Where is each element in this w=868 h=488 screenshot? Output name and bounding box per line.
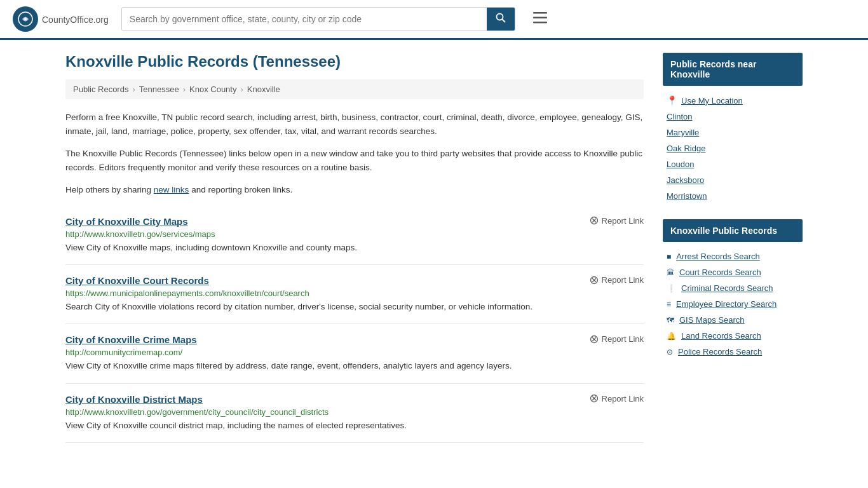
svg-rect-4: [533, 12, 547, 14]
sidebar-record-link-6[interactable]: Police Records Search: [678, 347, 762, 356]
hamburger-menu-button[interactable]: [528, 8, 552, 30]
sidebar-records-items: ■ Arrest Records Search 🏛 Court Records …: [663, 248, 803, 360]
sidebar-record-item-3[interactable]: ≡ Employee Directory Search: [663, 296, 803, 312]
record-title-0[interactable]: City of Knoxville City Maps: [65, 216, 188, 227]
sidebar-record-icon-4: 🗺: [667, 316, 674, 325]
sidebar-record-icon-2: ❕: [667, 284, 676, 293]
record-entry: City of Knoxville District Maps Report L…: [65, 384, 644, 443]
sidebar-record-item-2[interactable]: ❕ Criminal Records Search: [663, 280, 803, 296]
nearby-items: ClintonMaryvilleOak RidgeLoudonJacksboro…: [663, 109, 803, 204]
nearby-section: Public Records near Knoxville 📍 Use My L…: [663, 53, 803, 204]
sidebar-record-link-4[interactable]: GIS Maps Search: [679, 315, 745, 325]
use-my-location-link[interactable]: Use My Location: [681, 96, 743, 105]
sidebar-record-item-5[interactable]: 🔔 Land Records Search: [663, 328, 803, 344]
sidebar-record-item-6[interactable]: ⊙ Police Records Search: [663, 344, 803, 360]
svg-line-3: [502, 20, 505, 23]
sidebar-record-item-1[interactable]: 🏛 Court Records Search: [663, 264, 803, 280]
report-link-label: Report Link: [602, 216, 644, 226]
record-header-2: City of Knoxville Crime Maps Report Link: [65, 334, 644, 345]
nearby-item-3[interactable]: Loudon: [663, 156, 803, 172]
nearby-title: Public Records near Knoxville: [663, 53, 803, 86]
record-entry: City of Knoxville Crime Maps Report Link…: [65, 324, 644, 383]
record-header-0: City of Knoxville City Maps Report Link: [65, 216, 644, 227]
record-url-1[interactable]: https://www.municipalonlinepayments.com/…: [65, 288, 644, 298]
location-icon: 📍: [667, 95, 677, 105]
record-title-3[interactable]: City of Knoxville District Maps: [65, 394, 203, 405]
sidebar-record-icon-5: 🔔: [667, 332, 676, 341]
new-links-link[interactable]: new links: [154, 185, 189, 194]
nearby-item-2[interactable]: Oak Ridge: [663, 140, 803, 156]
logo-text: CountyOffice.org: [42, 13, 109, 26]
nearby-link-2[interactable]: Oak Ridge: [667, 144, 705, 153]
records-list: City of Knoxville City Maps Report Link …: [65, 206, 644, 443]
sidebar-record-link-0[interactable]: Arrest Records Search: [676, 252, 760, 261]
report-link-btn-0[interactable]: Report Link: [590, 216, 644, 226]
breadcrumb-knox-county[interactable]: Knox County: [189, 85, 236, 94]
report-link-btn-2[interactable]: Report Link: [590, 334, 644, 344]
description-3: Help others by sharing new links and rep…: [65, 183, 644, 197]
nearby-link-0[interactable]: Clinton: [667, 112, 692, 121]
record-desc-0: View City of Knoxville maps, including d…: [65, 241, 644, 254]
sidebar-record-link-1[interactable]: Court Records Search: [679, 268, 761, 277]
breadcrumb-public-records[interactable]: Public Records: [73, 85, 128, 94]
sidebar-record-link-3[interactable]: Employee Directory Search: [676, 299, 776, 309]
nearby-link-1[interactable]: Maryville: [667, 128, 699, 137]
svg-point-1: [24, 18, 27, 20]
record-entry: City of Knoxville City Maps Report Link …: [65, 206, 644, 265]
logo-link[interactable]: CountyOffice.org: [13, 6, 109, 32]
nearby-item-4[interactable]: Jacksboro: [663, 172, 803, 188]
sidebar-record-link-5[interactable]: Land Records Search: [681, 331, 761, 341]
header: CountyOffice.org: [0, 0, 868, 40]
sidebar-record-item-0[interactable]: ■ Arrest Records Search: [663, 248, 803, 264]
record-desc-3: View City of Knoxville council district …: [65, 419, 644, 432]
main-container: Knoxville Public Records (Tennessee) Pub…: [53, 40, 815, 456]
search-button[interactable]: [487, 8, 515, 30]
breadcrumb-current: Knoxville: [247, 85, 280, 94]
record-url-0[interactable]: http://www.knoxvilletn.gov/services/maps: [65, 229, 644, 239]
report-link-label: Report Link: [602, 394, 644, 403]
svg-point-2: [496, 14, 503, 20]
nearby-link-5[interactable]: Morristown: [667, 191, 707, 201]
sidebar: Public Records near Knoxville 📍 Use My L…: [663, 53, 803, 443]
record-desc-2: View City of Knoxville crime maps filter…: [65, 360, 644, 372]
description-1: Perform a free Knoxville, TN public reco…: [65, 111, 644, 138]
report-link-btn-1[interactable]: Report Link: [590, 275, 644, 285]
breadcrumb-tennessee[interactable]: Tennessee: [139, 85, 179, 94]
nearby-item-1[interactable]: Maryville: [663, 125, 803, 140]
report-link-label: Report Link: [602, 334, 644, 344]
record-title-1[interactable]: City of Knoxville Court Records: [65, 275, 209, 286]
description-2: The Knoxville Public Records (Tennessee)…: [65, 147, 644, 174]
record-url-3[interactable]: http://www.knoxvilletn.gov/government/ci…: [65, 407, 644, 417]
report-link-btn-3[interactable]: Report Link: [590, 394, 644, 403]
nearby-link-3[interactable]: Loudon: [667, 159, 694, 169]
record-header-1: City of Knoxville Court Records Report L…: [65, 275, 644, 286]
nearby-item-0[interactable]: Clinton: [663, 109, 803, 125]
use-my-location[interactable]: 📍 Use My Location: [663, 92, 803, 109]
sidebar-record-icon-3: ≡: [667, 300, 671, 309]
record-desc-1: Search City of Knoxville violations reco…: [65, 301, 644, 313]
nearby-item-5[interactable]: Morristown: [663, 188, 803, 204]
sidebar-record-icon-1: 🏛: [667, 268, 674, 277]
record-url-2[interactable]: http://communitycrimemap.com/: [65, 348, 644, 357]
sidebar-record-item-4[interactable]: 🗺 GIS Maps Search: [663, 312, 803, 328]
report-link-label: Report Link: [602, 275, 644, 285]
nearby-link-4[interactable]: Jacksboro: [667, 175, 704, 185]
breadcrumb: Public Records › Tennessee › Knox County…: [65, 79, 644, 99]
logo-icon: [13, 6, 38, 32]
sidebar-record-link-2[interactable]: Criminal Records Search: [681, 283, 773, 293]
search-input[interactable]: [122, 8, 487, 30]
svg-rect-6: [533, 22, 547, 24]
content-area: Knoxville Public Records (Tennessee) Pub…: [65, 53, 644, 443]
records-sidebar-title: Knoxville Public Records: [663, 219, 803, 242]
sidebar-record-icon-6: ⊙: [667, 348, 673, 356]
record-title-2[interactable]: City of Knoxville Crime Maps: [65, 334, 197, 345]
search-bar: [121, 7, 515, 31]
page-title: Knoxville Public Records (Tennessee): [65, 53, 644, 71]
record-entry: City of Knoxville Court Records Report L…: [65, 265, 644, 324]
records-section: Knoxville Public Records ■ Arrest Record…: [663, 219, 803, 360]
sidebar-record-icon-0: ■: [667, 252, 671, 261]
svg-rect-5: [533, 17, 547, 19]
record-header-3: City of Knoxville District Maps Report L…: [65, 394, 644, 405]
